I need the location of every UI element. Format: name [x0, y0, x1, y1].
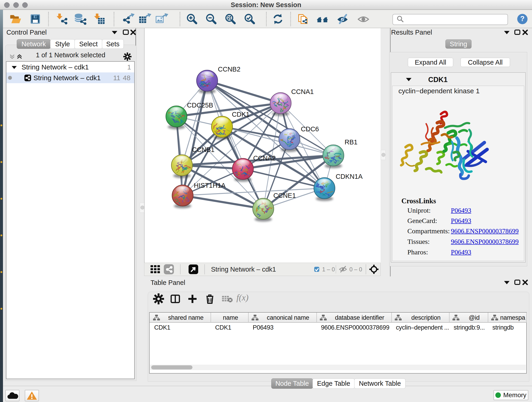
svg-text:CDC6: CDC6 [301, 125, 319, 133]
svg-text:RB1: RB1 [345, 138, 357, 146]
svg-text:CCNB1: CCNB1 [192, 146, 215, 153]
svg-text:CDKN1A: CDKN1A [336, 173, 363, 180]
svg-text:CDK1: CDK1 [232, 111, 249, 118]
svg-text:CDC25B: CDC25B [187, 102, 213, 109]
svg-text:CCNA2: CCNA2 [253, 154, 276, 162]
svg-text:?: ? [520, 15, 525, 22]
svg-text:CCNE1: CCNE1 [273, 192, 296, 199]
svg-text:HIST1H1A: HIST1H1A [194, 182, 226, 189]
svg-text:CCNA1: CCNA1 [291, 88, 314, 95]
svg-text:CCNB2: CCNB2 [218, 65, 240, 73]
